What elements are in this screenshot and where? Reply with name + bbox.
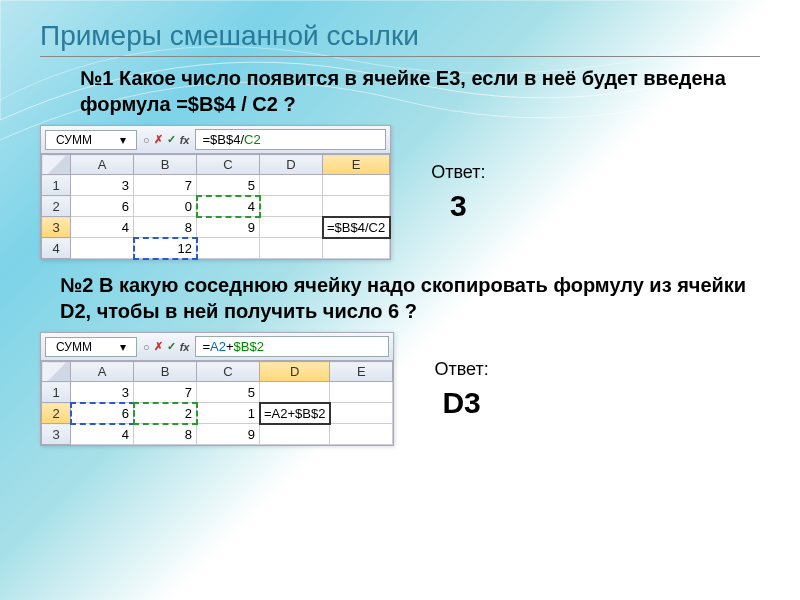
col-header[interactable]: E — [330, 362, 393, 382]
cell[interactable]: 4 — [197, 196, 260, 217]
cancel-icon[interactable]: ✗ — [154, 340, 163, 353]
cell[interactable] — [260, 217, 323, 238]
cell[interactable] — [197, 238, 260, 259]
row-header[interactable]: 4 — [42, 238, 71, 259]
col-header[interactable]: D — [260, 155, 323, 175]
col-header[interactable]: A — [71, 362, 134, 382]
cell[interactable]: 7 — [134, 175, 197, 196]
cell[interactable]: 2 — [134, 403, 197, 424]
expand-icon: ○ — [143, 341, 150, 353]
col-header[interactable]: B — [134, 155, 197, 175]
cell[interactable]: 7 — [134, 382, 197, 403]
col-header[interactable]: D — [260, 362, 330, 382]
row-header[interactable]: 3 — [42, 424, 71, 445]
cell-active[interactable]: =A2+$B$2 — [260, 403, 330, 424]
cell-active[interactable]: =$B$4/C2 — [323, 217, 390, 238]
name-box[interactable]: СУММ ▾ — [45, 130, 137, 150]
formula-bar[interactable]: =$B$4/C2 — [195, 129, 386, 150]
cancel-icon[interactable]: ✗ — [154, 133, 163, 146]
row-header[interactable]: 3 — [42, 217, 71, 238]
cell[interactable]: 9 — [197, 424, 260, 445]
cell[interactable] — [323, 175, 390, 196]
cell[interactable] — [260, 196, 323, 217]
col-header[interactable]: E — [323, 155, 390, 175]
cell[interactable]: 5 — [197, 175, 260, 196]
cell[interactable]: 3 — [71, 382, 134, 403]
cell[interactable] — [330, 382, 393, 403]
question-1: №1 Какое число появится в ячейке E3, есл… — [80, 65, 760, 117]
cell[interactable] — [260, 424, 330, 445]
grid-1: A B C D E 1 3 7 5 2 6 0 — [41, 154, 390, 259]
cell[interactable]: 8 — [134, 424, 197, 445]
row-header[interactable]: 2 — [42, 196, 71, 217]
cell[interactable] — [323, 238, 390, 259]
col-header[interactable]: A — [71, 155, 134, 175]
cell[interactable] — [71, 238, 134, 259]
cell[interactable]: 5 — [197, 382, 260, 403]
cell[interactable]: 1 — [197, 403, 260, 424]
formula-bar[interactable]: =A2+$B$2 — [195, 336, 389, 357]
col-header[interactable]: B — [134, 362, 197, 382]
expand-icon: ○ — [143, 134, 150, 146]
cell[interactable]: 12 — [134, 238, 197, 259]
col-header[interactable]: C — [197, 362, 260, 382]
formula-bar-controls: ○ ✗ ✓ fx — [143, 133, 189, 146]
cell[interactable]: 4 — [71, 217, 134, 238]
cell[interactable] — [323, 196, 390, 217]
cell[interactable]: 8 — [134, 217, 197, 238]
name-box[interactable]: СУММ ▾ — [45, 337, 137, 357]
dropdown-icon: ▾ — [120, 340, 126, 354]
cell[interactable]: 4 — [71, 424, 134, 445]
row-header[interactable]: 1 — [42, 175, 71, 196]
cell[interactable] — [330, 424, 393, 445]
cell[interactable]: 9 — [197, 217, 260, 238]
cell[interactable]: 6 — [71, 196, 134, 217]
fx-icon[interactable]: fx — [180, 134, 190, 146]
grid-2: A B C D E 1 3 7 5 2 6 2 — [41, 361, 393, 445]
dropdown-icon: ▾ — [120, 133, 126, 147]
cell[interactable]: 6 — [71, 403, 134, 424]
row-header[interactable]: 2 — [42, 403, 71, 424]
excel-screenshot-2: СУММ ▾ ○ ✗ ✓ fx =A2+$B$2 A B C — [40, 332, 394, 446]
cell[interactable]: 0 — [134, 196, 197, 217]
select-all-corner[interactable] — [42, 362, 71, 382]
cell[interactable]: 3 — [71, 175, 134, 196]
cell[interactable] — [260, 238, 323, 259]
enter-icon[interactable]: ✓ — [167, 340, 176, 353]
select-all-corner[interactable] — [42, 155, 71, 175]
fx-icon[interactable]: fx — [180, 341, 190, 353]
answer-2: Ответ: D3 — [434, 359, 488, 420]
col-header[interactable]: C — [197, 155, 260, 175]
question-2: №2 В какую соседнюю ячейку надо скопиров… — [60, 272, 760, 324]
formula-bar-controls: ○ ✗ ✓ fx — [143, 340, 189, 353]
slide-title: Примеры смешанной ссылки — [40, 20, 760, 57]
row-header[interactable]: 1 — [42, 382, 71, 403]
cell[interactable] — [330, 403, 393, 424]
answer-1: Ответ: 3 — [431, 162, 485, 223]
cell[interactable] — [260, 175, 323, 196]
excel-screenshot-1: СУММ ▾ ○ ✗ ✓ fx =$B$4/C2 A B C — [40, 125, 391, 260]
cell[interactable] — [260, 382, 330, 403]
enter-icon[interactable]: ✓ — [167, 133, 176, 146]
